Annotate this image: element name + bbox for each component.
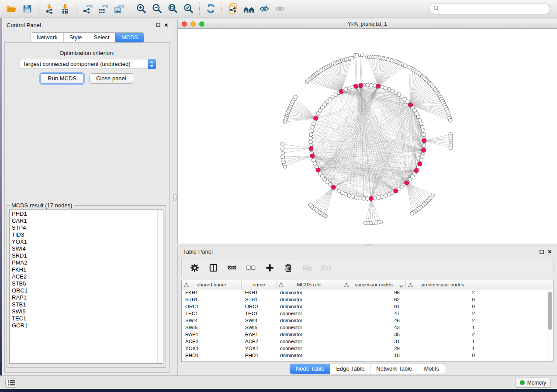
mcds-result-item[interactable]: PHD1 <box>12 210 163 217</box>
cell-successor-nodes[interactable]: 96 <box>342 289 406 296</box>
export-image-icon[interactable] <box>111 2 127 16</box>
run-mcds-button[interactable]: Run MCDS <box>41 73 83 84</box>
cell-predecessor-nodes[interactable]: 2 <box>406 310 480 317</box>
column-header-name[interactable]: name <box>242 280 277 289</box>
column-header-MCDS-role[interactable]: MCDS role <box>277 280 342 289</box>
zoom-fit-icon[interactable] <box>165 2 180 16</box>
deselect-all-icon[interactable] <box>245 262 256 273</box>
vertical-splitter[interactable] <box>173 18 177 375</box>
mcds-result-list[interactable]: PHD1CAR1STP4TID3YOX1SWI4SRD1PMA2FKH1ACE2… <box>9 209 163 364</box>
cell-successor-nodes[interactable]: 31 <box>342 338 406 345</box>
close-panel-icon[interactable] <box>164 23 168 27</box>
save-session-icon[interactable] <box>19 2 35 16</box>
cell-MCDS-role[interactable]: dominator <box>277 352 342 359</box>
search-input[interactable] <box>441 5 546 12</box>
table-scrollbar[interactable] <box>547 290 553 361</box>
cell-shared-name[interactable]: FKH1 <box>182 289 242 296</box>
table-scrollbar-thumb[interactable] <box>548 292 552 330</box>
cell-name[interactable]: ORC1 <box>242 303 277 310</box>
select-all-icon[interactable] <box>226 262 238 273</box>
cell-predecessor-nodes[interactable]: 1 <box>406 345 480 352</box>
cell-shared-name[interactable]: ACE2 <box>182 338 242 345</box>
search-box[interactable] <box>429 3 550 14</box>
cell-shared-name[interactable]: RAP1 <box>182 331 242 338</box>
cell-MCDS-role[interactable]: dominator <box>277 289 342 296</box>
cell-predecessor-nodes[interactable]: 1 <box>406 324 480 331</box>
apply-layout-icon[interactable] <box>203 2 218 16</box>
horizontal-splitter-grip[interactable] <box>364 244 371 246</box>
cell-predecessor-nodes[interactable]: 2 <box>406 317 480 324</box>
cell-shared-name[interactable]: ORC1 <box>182 303 242 310</box>
cell-predecessor-nodes[interactable]: 1 <box>406 338 480 345</box>
table-row[interactable]: FKH1FKH1dominator962 <box>182 289 553 296</box>
table-row[interactable]: PHD1PHD1dominator180 <box>182 352 553 359</box>
tab-node-table[interactable]: Node Table <box>290 364 330 374</box>
mcds-list-scrollbar[interactable] <box>157 210 163 363</box>
cell-successor-nodes[interactable]: 47 <box>342 310 406 317</box>
cell-name[interactable]: PHD1 <box>242 352 277 359</box>
cell-MCDS-role[interactable]: dominator <box>277 317 342 324</box>
cell-name[interactable]: SWI5 <box>242 324 277 331</box>
close-panel-button[interactable]: Close panel <box>89 73 133 84</box>
mcds-result-item[interactable]: GCR1 <box>12 322 163 329</box>
export-table-icon[interactable] <box>95 2 111 16</box>
tab-network[interactable]: Network <box>31 33 63 42</box>
mcds-result-item[interactable]: STB5 <box>12 280 163 287</box>
settings-gear-icon[interactable] <box>189 262 200 273</box>
mcds-result-item[interactable]: RAP1 <box>12 294 163 301</box>
cell-shared-name[interactable]: YOX1 <box>182 345 242 352</box>
zoom-out-icon[interactable] <box>149 2 165 16</box>
criterion-dropdown[interactable]: largest connected component (undirected) <box>20 59 156 69</box>
zoom-in-icon[interactable] <box>133 2 149 16</box>
cell-MCDS-role[interactable]: dominator <box>277 331 342 338</box>
cell-name[interactable]: YOX1 <box>242 345 277 352</box>
tab-select[interactable]: Select <box>88 33 115 42</box>
tab-style[interactable]: Style <box>63 33 88 42</box>
add-icon[interactable] <box>264 262 275 273</box>
mcds-result-item[interactable]: ORC1 <box>12 287 163 294</box>
mcds-result-item[interactable]: TEC1 <box>12 315 163 322</box>
zoom-selected-icon[interactable] <box>180 2 196 16</box>
mcds-result-item[interactable]: SRD1 <box>12 252 163 259</box>
table-row[interactable]: ACE2ACE2connector311 <box>182 338 553 345</box>
column-header-shared-name[interactable]: shared name <box>182 280 242 289</box>
table-row[interactable]: ORC1ORC1dominator610 <box>182 303 553 310</box>
cell-successor-nodes[interactable]: 35 <box>342 331 406 338</box>
cell-name[interactable]: RAP1 <box>242 331 277 338</box>
cell-MCDS-role[interactable]: dominator <box>277 303 342 310</box>
mcds-result-item[interactable]: SWI4 <box>12 245 163 252</box>
vertical-splitter-grip[interactable] <box>173 194 176 201</box>
import-table-icon[interactable] <box>57 2 73 16</box>
cell-successor-nodes[interactable]: 46 <box>342 317 406 324</box>
cell-MCDS-role[interactable]: connector <box>277 310 342 317</box>
close-table-panel-icon[interactable] <box>548 250 552 254</box>
table-row[interactable]: YOX1YOX1connector291 <box>182 345 553 352</box>
cell-name[interactable]: SWI4 <box>242 317 277 324</box>
tab-edge-table[interactable]: Edge Table <box>330 364 370 374</box>
cell-successor-nodes[interactable]: 29 <box>342 345 406 352</box>
hide-selected-icon[interactable] <box>256 2 272 16</box>
task-history-button[interactable] <box>5 378 17 388</box>
sort-chevron-icon[interactable] <box>399 283 403 289</box>
tab-motifs[interactable]: Motifs <box>418 364 445 374</box>
tab-network-table[interactable]: Network Table <box>370 364 418 374</box>
mcds-result-item[interactable]: TID3 <box>12 231 163 238</box>
cell-successor-nodes[interactable]: 18 <box>342 352 406 359</box>
mcds-result-item[interactable]: PMA2 <box>12 259 163 266</box>
mcds-result-item[interactable]: FKH1 <box>12 266 163 273</box>
cell-predecessor-nodes[interactable]: 2 <box>406 331 480 338</box>
mcds-result-item[interactable]: YOX1 <box>12 238 163 245</box>
cell-shared-name[interactable]: STB1 <box>182 296 242 303</box>
cell-shared-name[interactable]: SWI5 <box>182 324 242 331</box>
network-graph[interactable] <box>178 29 557 244</box>
cell-MCDS-role[interactable]: connector <box>277 345 342 352</box>
show-columns-icon[interactable] <box>208 262 219 273</box>
cell-predecessor-nodes[interactable]: 0 <box>406 296 480 303</box>
cell-shared-name[interactable]: TEC1 <box>182 310 242 317</box>
network-canvas[interactable] <box>178 29 557 244</box>
cell-name[interactable]: STB1 <box>242 296 277 303</box>
mcds-result-item[interactable]: STB1 <box>12 301 163 308</box>
cell-shared-name[interactable]: PHD1 <box>182 352 242 359</box>
delete-icon[interactable] <box>283 262 294 273</box>
import-network-icon[interactable] <box>42 2 57 16</box>
